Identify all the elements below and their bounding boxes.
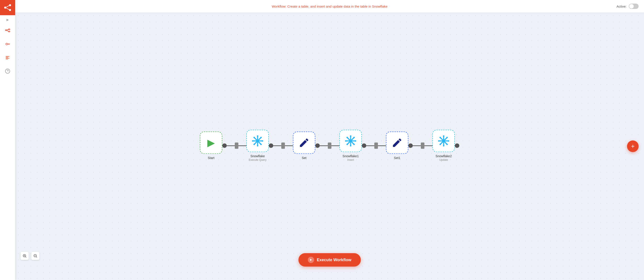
svg-point-1 [9, 4, 11, 6]
svg-point-37 [346, 137, 348, 138]
zoom-in-icon [22, 254, 27, 258]
workflow-label: Workflow: [272, 4, 286, 8]
line-2b [332, 145, 340, 146]
rect-4 [421, 142, 424, 149]
svg-line-58 [36, 257, 37, 258]
node-snowflake[interactable]: Snowflake Execute Query [246, 130, 269, 162]
svg-line-4 [6, 8, 9, 10]
dot-3 [362, 143, 366, 148]
node-snowflake1[interactable]: Snowflake1 Insert [340, 130, 362, 162]
node-set1-box[interactable] [386, 132, 408, 154]
node-start-box[interactable]: ▶ [200, 132, 222, 154]
connector-0-1 [222, 142, 246, 149]
svg-point-23 [252, 140, 254, 142]
active-label: Active: [616, 4, 626, 8]
node-snowflake1-label: Snowflake1 [342, 154, 359, 158]
dot-4 [408, 143, 413, 148]
zoom-out-button[interactable] [31, 252, 39, 260]
svg-rect-5 [5, 30, 7, 31]
node-set-box[interactable] [293, 132, 315, 154]
svg-rect-6 [8, 29, 10, 30]
connector-2-3 [315, 142, 340, 149]
svg-point-26 [260, 144, 262, 145]
svg-point-2 [9, 9, 11, 11]
connector-4-5 [408, 142, 432, 149]
svg-point-46 [443, 145, 444, 147]
node-snowflake-box[interactable] [246, 130, 269, 152]
active-toggle-area: Active: [388, 4, 639, 9]
node-snowflake2-label: Snowflake2 [436, 154, 452, 158]
node-snowflake1-sublabel: Insert [347, 158, 354, 162]
node-set1[interactable]: Set1 [386, 132, 408, 160]
sidebar-item-help[interactable] [0, 64, 15, 78]
svg-point-51 [446, 137, 448, 138]
main-content: Workflow: Create a table, and insert and… [15, 0, 644, 280]
node-snowflake-label: Snowflake [250, 154, 265, 158]
svg-point-27 [260, 137, 262, 138]
logo-button[interactable] [0, 0, 15, 15]
add-node-button[interactable]: + [627, 140, 639, 152]
svg-point-28 [253, 144, 255, 145]
dot-2 [315, 143, 320, 148]
workflow-flow: ▶ Start [200, 130, 459, 162]
sidebar-item-executions[interactable] [0, 51, 15, 64]
sidebar-toggle-button[interactable]: ▶ [0, 15, 15, 24]
line-1a [273, 145, 281, 146]
connector-3-4 [362, 142, 386, 149]
pencil-icon-1 [392, 137, 403, 148]
zoom-controls [20, 252, 39, 260]
workflow-title: Create a table, and insert and update da… [287, 4, 388, 8]
svg-marker-60 [310, 259, 312, 261]
svg-rect-7 [8, 31, 10, 32]
line-1b [285, 145, 293, 146]
svg-line-54 [26, 257, 26, 258]
active-toggle[interactable] [629, 4, 639, 9]
node-snowflake1-box[interactable] [340, 130, 362, 152]
snowflake-icon-1 [345, 135, 356, 147]
dot-1 [269, 143, 273, 148]
svg-line-3 [6, 6, 9, 7]
line-2a [320, 145, 328, 146]
rect-1 [281, 142, 285, 149]
svg-point-35 [345, 140, 346, 142]
line-0a [227, 145, 235, 146]
start-play-icon: ▶ [207, 138, 215, 148]
dot-end [455, 143, 459, 148]
svg-point-49 [440, 137, 441, 138]
svg-line-8 [7, 29, 8, 30]
dot-0 [222, 143, 227, 148]
node-start-label: Start [208, 156, 214, 160]
play-triangle-icon [310, 258, 312, 262]
pencil-icon-0 [298, 137, 310, 148]
header-title: Workflow: Create a table, and insert and… [272, 4, 388, 8]
flow-row: ▶ Start [200, 130, 459, 162]
add-icon: + [631, 143, 634, 150]
rect-0 [235, 142, 238, 149]
connector-1-2 [269, 142, 293, 149]
zoom-in-button[interactable] [20, 252, 28, 260]
svg-point-48 [448, 140, 449, 142]
svg-line-9 [7, 30, 8, 32]
execute-button-label: Execute Workflow [317, 258, 352, 262]
line-4b [424, 145, 432, 146]
svg-point-24 [262, 140, 263, 142]
line-0b [238, 145, 246, 146]
snowflake-icon-0 [252, 135, 264, 147]
svg-point-45 [443, 135, 444, 137]
execute-workflow-button[interactable]: Execute Workflow [298, 253, 361, 266]
node-set[interactable]: Set [293, 132, 315, 160]
svg-point-34 [350, 145, 352, 147]
chevron-right-icon: ▶ [6, 18, 9, 22]
sidebar-item-credentials[interactable] [0, 38, 15, 51]
workflow-canvas[interactable]: ▶ Start [15, 12, 644, 280]
rect-2 [328, 142, 332, 149]
header: Workflow: Create a table, and insert and… [15, 0, 644, 12]
execute-play-icon [308, 257, 314, 263]
svg-point-50 [446, 144, 448, 145]
node-snowflake2-box[interactable] [432, 130, 455, 152]
snowflake-icon-2 [438, 135, 450, 147]
sidebar-item-connections[interactable] [0, 24, 15, 38]
svg-point-52 [440, 144, 441, 145]
node-snowflake2[interactable]: Snowflake2 Update [432, 130, 455, 162]
node-start[interactable]: ▶ Start [200, 132, 222, 160]
